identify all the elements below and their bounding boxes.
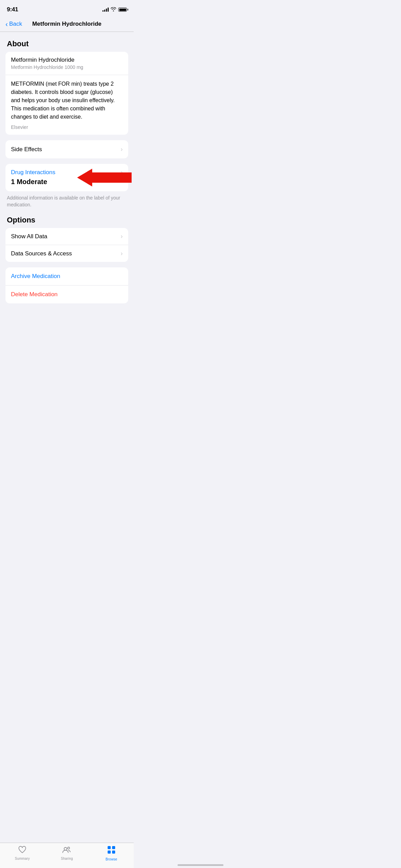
data-sources-label: Data Sources & Access bbox=[11, 250, 72, 257]
options-card: Show All Data › Data Sources & Access › bbox=[5, 228, 128, 262]
about-card: Metformin Hydrochloride Metformin Hydroc… bbox=[5, 52, 128, 135]
about-section-header: About bbox=[5, 39, 128, 48]
show-all-data-chevron-icon: › bbox=[121, 233, 123, 240]
status-bar: 9:41 bbox=[0, 0, 134, 17]
drug-interactions-label: Drug Interactions bbox=[11, 169, 55, 176]
main-content: About Metformin Hydrochloride Metformin … bbox=[0, 32, 134, 343]
archive-medication-label: Archive Medication bbox=[11, 273, 60, 279]
status-icons bbox=[102, 7, 127, 12]
medication-description: METFORMIN (met FOR min) treats type 2 di… bbox=[11, 80, 123, 121]
nav-bar: ‹ Back Metformin Hydrochloride bbox=[0, 17, 134, 32]
med-name-row: Metformin Hydrochloride Metformin Hydroc… bbox=[5, 52, 128, 75]
back-button[interactable]: ‹ Back bbox=[5, 21, 22, 27]
data-sources-chevron-icon: › bbox=[121, 250, 123, 257]
interactions-header: Drug Interactions › bbox=[11, 169, 123, 176]
med-description-row: METFORMIN (met FOR min) treats type 2 di… bbox=[5, 75, 128, 135]
additional-info: Additional information is available on t… bbox=[5, 195, 128, 208]
side-effects-chevron-icon: › bbox=[121, 146, 123, 153]
delete-medication-row[interactable]: Delete Medication bbox=[5, 286, 128, 303]
side-effects-label: Side Effects bbox=[11, 146, 42, 153]
show-all-data-row[interactable]: Show All Data › bbox=[5, 228, 128, 245]
data-sources-row[interactable]: Data Sources & Access › bbox=[5, 245, 128, 262]
back-label: Back bbox=[9, 21, 22, 27]
drug-interactions-wrapper: Drug Interactions › 1 Moderate bbox=[5, 164, 128, 191]
back-chevron-icon: ‹ bbox=[5, 21, 8, 27]
signal-icon bbox=[102, 8, 109, 12]
drug-interactions-card[interactable]: Drug Interactions › 1 Moderate bbox=[5, 164, 128, 191]
status-time: 9:41 bbox=[7, 6, 18, 13]
side-effects-row[interactable]: Side Effects › bbox=[5, 140, 128, 158]
options-section-header: Options bbox=[5, 216, 128, 225]
delete-medication-label: Delete Medication bbox=[11, 291, 58, 298]
battery-icon bbox=[118, 8, 127, 12]
medication-source: Elsevier bbox=[11, 124, 123, 130]
medication-subtitle: Metformin Hydrochloride 1000 mg bbox=[11, 64, 123, 70]
drug-interactions-count: 1 Moderate bbox=[11, 178, 123, 186]
medication-name: Metformin Hydrochloride bbox=[11, 57, 123, 63]
wifi-icon bbox=[111, 7, 116, 12]
action-card: Archive Medication Delete Medication bbox=[5, 267, 128, 303]
page-title: Metformin Hydrochloride bbox=[32, 21, 101, 27]
archive-medication-row[interactable]: Archive Medication bbox=[5, 267, 128, 286]
drug-interactions-chevron-icon: › bbox=[121, 169, 123, 176]
show-all-data-label: Show All Data bbox=[11, 233, 47, 240]
